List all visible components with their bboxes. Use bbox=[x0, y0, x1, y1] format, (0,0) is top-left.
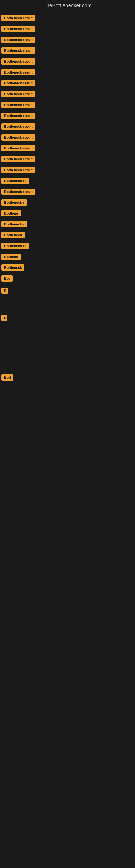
bottleneck-label-12[interactable]: Bottleneck result bbox=[1, 134, 35, 141]
bottleneck-label-7[interactable]: Bottleneck result bbox=[1, 80, 35, 86]
bottleneck-label-10[interactable]: Bottleneck result bbox=[1, 113, 35, 119]
bottleneck-label-28[interactable]: B bbox=[1, 315, 7, 321]
bottleneck-label-21[interactable]: Bottleneck bbox=[1, 232, 25, 238]
result-row-16: Bottleneck re bbox=[1, 175, 135, 186]
bottleneck-label-32[interactable]: Bott bbox=[1, 374, 13, 380]
result-row-32: Bott bbox=[1, 369, 135, 385]
bottleneck-label-24[interactable]: Bottleneck bbox=[1, 265, 24, 271]
result-row-4: Bottleneck result bbox=[1, 45, 135, 56]
result-row-10: Bottleneck result bbox=[1, 110, 135, 121]
result-row-20: Bottleneck r bbox=[1, 219, 135, 229]
bottleneck-label-3[interactable]: Bottleneck result bbox=[1, 37, 35, 43]
result-row-17: Bottleneck result bbox=[1, 186, 135, 197]
bottleneck-label-23[interactable]: Bottlene bbox=[1, 254, 21, 260]
bottleneck-label-2[interactable]: Bottleneck result bbox=[1, 26, 35, 32]
result-row-5: Bottleneck result bbox=[1, 56, 135, 67]
bottleneck-label-25[interactable]: Bot bbox=[1, 275, 13, 282]
result-row-25: Bot bbox=[1, 273, 135, 284]
result-row-18: Bottleneck r bbox=[1, 197, 135, 208]
bottleneck-label-17[interactable]: Bottleneck result bbox=[1, 188, 35, 195]
result-row-14: Bottleneck result bbox=[1, 154, 135, 164]
result-row-31 bbox=[1, 354, 135, 369]
bottleneck-label-20[interactable]: Bottleneck r bbox=[1, 221, 27, 227]
bottleneck-label-13[interactable]: Bottleneck result bbox=[1, 145, 35, 151]
bottleneck-label-4[interactable]: Bottleneck result bbox=[1, 48, 35, 54]
bottleneck-label-8[interactable]: Bottleneck result bbox=[1, 91, 35, 97]
bottleneck-label-22[interactable]: Bottleneck re bbox=[1, 243, 29, 249]
bottleneck-label-1[interactable]: Bottleneck result bbox=[1, 15, 35, 21]
result-row-12: Bottleneck result bbox=[1, 132, 135, 143]
result-row-13: Bottleneck result bbox=[1, 143, 135, 154]
result-row-30 bbox=[1, 339, 135, 354]
bottleneck-label-15[interactable]: Bottleneck result bbox=[1, 167, 35, 173]
result-row-28: B bbox=[1, 311, 135, 324]
result-row-23: Bottlene bbox=[1, 251, 135, 262]
result-row-15: Bottleneck result bbox=[1, 164, 135, 175]
result-row-1: Bottleneck result bbox=[1, 12, 135, 23]
bottleneck-label-14[interactable]: Bottleneck result bbox=[1, 156, 35, 162]
result-row-6: Bottleneck result bbox=[1, 67, 135, 78]
result-row-24: Bottleneck bbox=[1, 262, 135, 273]
result-row-21: Bottleneck bbox=[1, 229, 135, 240]
bottleneck-label-26[interactable]: B bbox=[1, 287, 8, 294]
bottleneck-label-5[interactable]: Bottleneck result bbox=[1, 58, 35, 65]
site-title: TheBottlenecker.com bbox=[0, 0, 135, 12]
result-row-35 bbox=[1, 418, 135, 434]
bottleneck-label-18[interactable]: Bottleneck r bbox=[1, 199, 27, 206]
result-row-27 bbox=[1, 297, 135, 311]
result-row-7: Bottleneck result bbox=[1, 78, 135, 88]
result-row-19: Bottlene bbox=[1, 208, 135, 219]
result-row-29 bbox=[1, 324, 135, 339]
bottleneck-label-19[interactable]: Bottlene bbox=[1, 210, 21, 216]
result-row-26: B bbox=[1, 284, 135, 297]
bottleneck-label-16[interactable]: Bottleneck re bbox=[1, 178, 29, 184]
results-container: Bottleneck resultBottleneck resultBottle… bbox=[0, 12, 135, 434]
result-row-9: Bottleneck result bbox=[1, 99, 135, 110]
bottleneck-label-9[interactable]: Bottleneck result bbox=[1, 102, 35, 108]
result-row-2: Bottleneck result bbox=[1, 23, 135, 34]
result-row-33 bbox=[1, 385, 135, 402]
bottleneck-label-11[interactable]: Bottleneck result bbox=[1, 123, 35, 130]
result-row-8: Bottleneck result bbox=[1, 88, 135, 99]
bottleneck-label-6[interactable]: Bottleneck result bbox=[1, 69, 35, 75]
result-row-3: Bottleneck result bbox=[1, 34, 135, 45]
result-row-34 bbox=[1, 402, 135, 418]
result-row-11: Bottleneck result bbox=[1, 121, 135, 132]
result-row-22: Bottleneck re bbox=[1, 240, 135, 251]
